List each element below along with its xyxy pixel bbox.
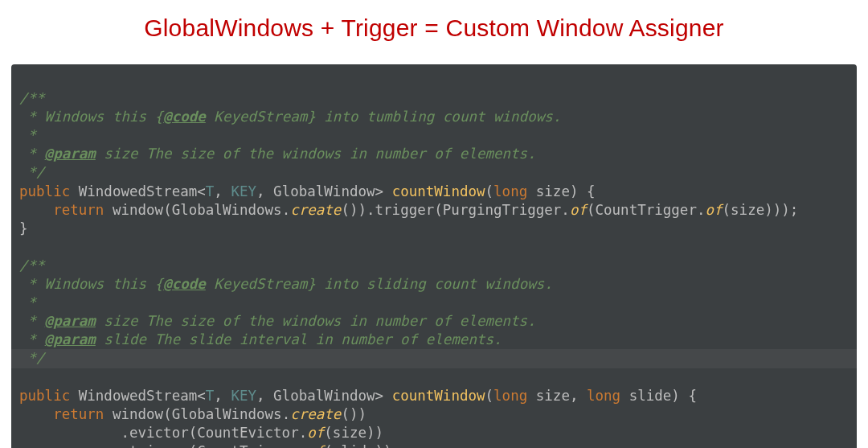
javadoc-code-tag: @code: [163, 276, 206, 292]
javadoc-line: /**: [19, 90, 45, 106]
javadoc-line: * @param size The size of the windows in…: [19, 313, 536, 329]
method-body-line: .evictor(CountEvictor.of(size)): [19, 425, 383, 441]
javadoc-param-tag: @param: [45, 313, 96, 329]
javadoc-param-tag: @param: [45, 331, 96, 347]
javadoc-line: *: [19, 127, 36, 143]
method-body-line: return window(GlobalWindows.create()): [19, 406, 366, 422]
slide-title: GlobalWindows + Trigger = Custom Window …: [0, 0, 868, 64]
code-block: /** * Windows this {@code KeyedStream} i…: [11, 64, 857, 448]
javadoc-line: * Windows this {@code KeyedStream} into …: [19, 276, 553, 292]
javadoc-line: * @param slide The slide interval in num…: [19, 331, 502, 347]
javadoc-line: * @param size The size of the windows in…: [19, 146, 536, 162]
javadoc-line: * Windows this {@code KeyedStream} into …: [19, 109, 561, 125]
method-signature: public WindowedStream<T, KEY, GlobalWind…: [19, 388, 697, 404]
method-body-line: .trigger(CountTrigger.of(slide));: [19, 443, 400, 448]
javadoc-code-tag: @code: [163, 109, 206, 125]
method-body-line: return window(GlobalWindows.create()).tr…: [19, 202, 798, 218]
method-signature: public WindowedStream<T, KEY, GlobalWind…: [19, 183, 596, 199]
javadoc-param-tag: @param: [45, 146, 96, 162]
close-brace: }: [19, 220, 28, 236]
javadoc-line-highlighted: */: [11, 349, 857, 368]
javadoc-line: /**: [19, 257, 45, 273]
javadoc-line: *: [19, 294, 36, 310]
javadoc-line: */: [19, 164, 45, 180]
